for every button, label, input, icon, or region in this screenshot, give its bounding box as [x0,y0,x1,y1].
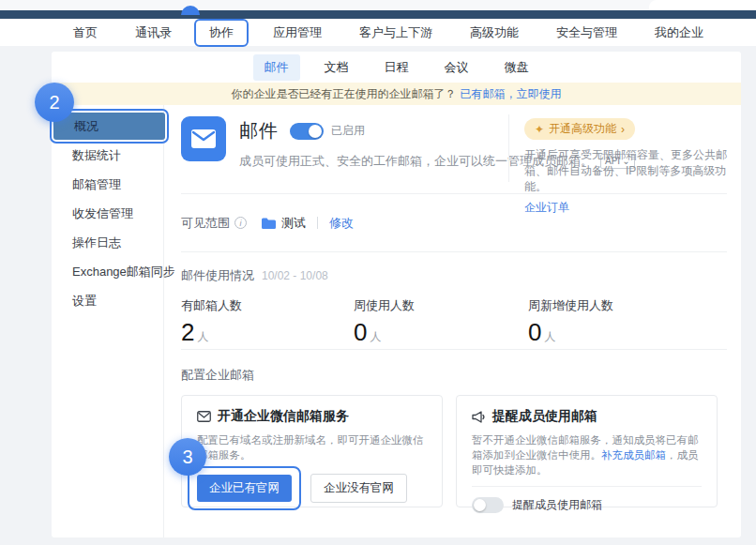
upgrade-premium-label: 开通高级功能 [549,121,616,137]
nav-item-home[interactable]: 首页 [73,24,98,41]
mail-app-icon [181,116,226,161]
app-status-label: 已启用 [331,123,365,139]
mail-sidebar: 概况 数据统计 邮箱管理 收发信管理 操作日志 Exchange邮箱同步 设置 [52,105,164,537]
sidebar-item-send-receive[interactable]: 收发信管理 [52,200,163,227]
sidebar-item-operation-log[interactable]: 操作日志 [52,229,163,256]
browser-top-strip [0,0,756,10]
has-website-button[interactable]: 企业已有官网 [197,475,292,502]
stat-value: 0 [528,318,541,347]
tab-drive[interactable]: 微盘 [493,54,540,81]
visibility-label: 可见范围 [181,215,230,232]
arrow-right-icon: › [621,123,625,136]
remind-members-title: 提醒成员使用邮箱 [492,408,597,425]
nav-item-collaboration[interactable]: 协作 [194,19,249,47]
usage-title: 邮件使用情况 [181,267,254,284]
config-section: 配置企业邮箱 开通企业微信邮箱服务 配置已有域名或注册新域名，即可开通企业微信邮… [181,350,727,507]
nav-item-my-company[interactable]: 我的企业 [655,24,703,41]
top-navigation: 首页 通讯录 协作 应用管理 客户与上下游 高级功能 安全与管理 我的企业 [0,19,756,46]
premium-panel: ✦ 开通高级功能 › 开通后可享受无限邮箱容量、更多公共邮箱、邮件自动备份、IP… [524,118,731,216]
tab-docs[interactable]: 文档 [313,54,360,81]
usage-section: 邮件使用情况 10/02 - 10/08 有邮箱人数 2 人 周使用人数 [181,252,727,350]
open-mailbox-desc: 配置已有域名或注册新域名，即可开通企业微信邮箱服务。 [197,432,427,462]
nav-item-security[interactable]: 安全与管理 [556,24,617,41]
window-title-bar [0,10,756,19]
app-title: 邮件 [239,118,279,144]
main-panel: 邮件 已启用 成员可使用正式、安全的工作邮箱，企业可以统一管理成员邮箱。 API… [164,105,741,537]
header-vertical-divider [508,114,509,182]
annotation-step-2-badge: 2 [35,83,74,122]
remind-members-desc: 暂不开通企业微信邮箱服务，通知成员将已有邮箱添加到企业微信中使用。补充成员邮箱，… [472,432,702,477]
no-website-button[interactable]: 企业没有官网 [310,474,407,503]
visibility-scope: 测试 [262,215,306,232]
upgrade-premium-button[interactable]: ✦ 开通高级功能 › [524,118,635,140]
visibility-edit-link[interactable]: 修改 [329,215,354,232]
sidebar-item-exchange-sync[interactable]: Exchange邮箱同步 [52,258,163,285]
stat-value: 2 [181,318,194,347]
subtab-bar: 邮件 文档 日程 会议 微盘 [52,52,741,83]
supplement-mailbox-link[interactable]: 补充成员邮箱 [601,449,666,461]
tab-calendar[interactable]: 日程 [373,54,420,81]
annotation-box-primary-button: 企业已有官网 [188,466,301,510]
sidebar-item-overview[interactable]: 概况 [53,113,165,140]
stat-weekly-users: 周使用人数 0 人 [354,297,528,347]
sparkle-icon: ✦ [535,123,544,136]
remind-members-card: 提醒成员使用邮箱 暂不开通企业微信邮箱服务，通知成员将已有邮箱添加到企业微信中使… [456,395,718,507]
app-header-section: 邮件 已启用 成员可使用正式、安全的工作邮箱，企业可以统一管理成员邮箱。 API… [181,105,727,194]
visibility-scope-name: 测试 [281,215,306,232]
nav-item-apps[interactable]: 应用管理 [273,24,322,41]
banner-link[interactable]: 已有邮箱，立即使用 [461,86,562,102]
usage-date-range: 10/02 - 10/08 [262,269,328,282]
remind-members-toggle[interactable] [472,497,504,513]
browser-corner-tab [649,0,756,10]
folder-icon [262,218,276,229]
stat-label: 周新增使用人数 [528,297,703,314]
stat-unit: 人 [197,329,208,345]
open-mailbox-title: 开通企业微信邮箱服务 [218,408,349,425]
visibility-separator [317,217,318,229]
sidebar-item-settings[interactable]: 设置 [52,287,163,314]
tab-mail[interactable]: 邮件 [253,54,300,81]
config-section-title: 配置企业邮箱 [181,367,727,384]
enterprise-order-link[interactable]: 企业订单 [524,200,569,216]
open-mailbox-card: 开通企业微信邮箱服务 配置已有域名或注册新域名，即可开通企业微信邮箱服务。 企业… [181,395,443,507]
stat-mailbox-users: 有邮箱人数 2 人 [181,297,354,347]
content-card: 邮件 文档 日程 会议 微盘 你的企业是否已经有正在使用的企业邮箱了？ 已有邮箱… [52,52,741,537]
remind-card-divider [472,486,702,487]
annotation-step-3-badge: 3 [169,438,206,476]
info-icon[interactable]: i [234,217,247,229]
tab-meeting[interactable]: 会议 [433,54,480,81]
stat-unit: 人 [544,329,555,345]
nav-item-advanced[interactable]: 高级功能 [470,24,519,41]
stat-value: 0 [354,318,367,347]
nav-item-contacts[interactable]: 通讯录 [135,24,172,41]
nav-item-customers[interactable]: 客户与上下游 [359,24,432,41]
megaphone-icon [472,411,486,423]
premium-description: 开通后可享受无限邮箱容量、更多公共邮箱、邮件自动备份、IP限制等多项高级功能。 [524,147,731,195]
sidebar-item-mailbox-management[interactable]: 邮箱管理 [52,171,163,198]
stat-label: 有邮箱人数 [181,297,354,314]
sidebar-item-statistics[interactable]: 数据统计 [52,142,163,169]
envelope-icon [197,411,211,422]
banner-text: 你的企业是否已经有正在使用的企业邮箱了？ [232,86,457,102]
admin-console-screen: 首页 通讯录 协作 应用管理 客户与上下游 高级功能 安全与管理 我的企业 邮件… [0,0,756,545]
remind-toggle-label: 提醒成员使用邮箱 [512,497,602,513]
stat-weekly-new-users: 周新增使用人数 0 人 [528,297,703,347]
existing-mailbox-banner: 你的企业是否已经有正在使用的企业邮箱了？ 已有邮箱，立即使用 [52,83,741,105]
stat-unit: 人 [370,329,381,345]
mail-enabled-toggle[interactable] [290,123,324,140]
stat-label: 周使用人数 [354,297,528,314]
